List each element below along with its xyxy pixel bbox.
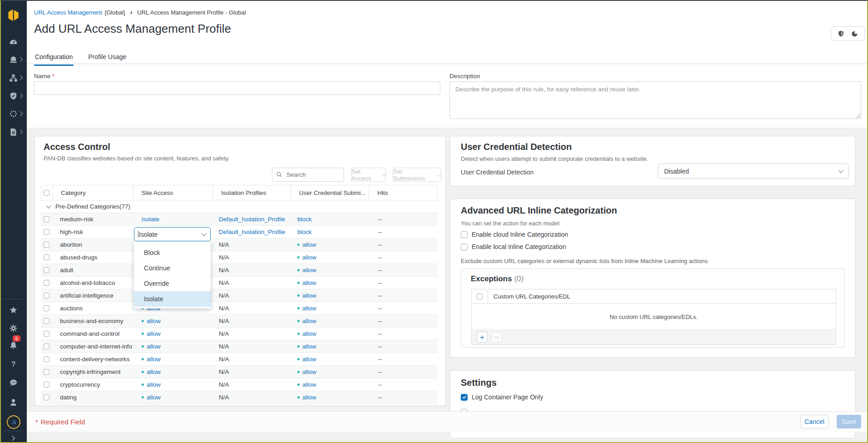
menu-option-isolate[interactable]: Isolate [134,291,211,307]
site-access-link[interactable]: allow [147,368,161,375]
name-input[interactable] [34,81,440,95]
avatar[interactable]: .S [7,415,20,429]
remove-exception-button[interactable]: − [491,332,502,343]
menu-option-override[interactable]: Override [134,276,211,291]
user-credential-link[interactable]: allow [302,330,316,337]
exceptions-select-all-checkbox[interactable] [477,294,483,299]
set-access-button[interactable]: Set Access [351,168,386,182]
column-header-user-credential-submi[interactable]: User Credential Submi... [291,185,369,200]
ucd-select[interactable]: Disabled [658,164,849,179]
search-input[interactable] [286,171,340,179]
chevron-down-icon[interactable] [201,231,206,236]
user-credential-link[interactable]: allow [302,241,316,248]
category-row-abortion[interactable]: abortionallowN/Aallow-- [41,239,438,251]
set-submission-button[interactable]: Set Submission [393,168,441,182]
category-row-adult[interactable]: adultallowN/Aallow-- [41,264,438,277]
row-checkbox[interactable] [44,242,49,248]
select-all-checkbox[interactable] [44,190,49,196]
category-row-auctions[interactable]: auctionsallowN/Aallow-- [41,302,438,315]
breadcrumb-link[interactable]: URL Access Management [34,9,102,16]
category-row-medium-risk[interactable]: medium-riskisolateDefault_Isolation_Prof… [41,213,438,226]
collapse-chevron-icon[interactable] [46,203,51,208]
category-row-command-and-control[interactable]: command-and-controlallowN/Aallow-- [41,328,438,340]
group-row-predefined-categories[interactable]: Pre-Defined Categories(77) [41,200,438,213]
site-access-combobox[interactable]: Isolate [134,227,211,241]
activity-clock-icon[interactable] [851,30,858,38]
site-access-link[interactable]: allow [147,381,161,388]
category-row-content-delivery-networks[interactable]: content-delivery-networksallowN/Aallow-- [41,353,438,366]
prisma-access-logo-icon[interactable] [6,8,20,22]
tab-profile-usage[interactable]: Profile Usage [87,51,127,66]
user-credential-link[interactable]: allow [302,254,316,261]
category-row-artificial-intelligence[interactable]: artificial-intelligenceallowN/Aallow-- [41,289,438,302]
user-credential-link[interactable]: block [297,229,312,235]
sidebar-chevron-right-icon[interactable] [20,111,23,116]
description-textarea[interactable] [449,81,861,119]
sidebar-item-settings[interactable] [0,320,27,336]
column-header-hits[interactable]: Hits [369,185,437,200]
user-credential-link[interactable]: allow [302,394,316,401]
user-credential-link[interactable]: allow [302,305,316,312]
row-checkbox[interactable] [44,382,49,388]
sidebar-item-favorites[interactable] [0,302,27,318]
user-credential-link[interactable]: allow [302,279,316,286]
category-row-alcohol-and-tobacco[interactable]: alcohol-and-tobaccoallowN/Aallow-- [41,277,438,289]
site-access-link[interactable]: allow [147,343,161,350]
category-row-copyright-infringement[interactable]: copyright-infringementallowN/Aallow-- [41,366,438,378]
sidebar-item-help[interactable]: ? [0,356,27,373]
row-checkbox[interactable] [44,267,49,273]
user-credential-link[interactable]: allow [302,267,316,274]
user-credential-link[interactable]: block [297,216,312,223]
best-practices-shield-icon[interactable] [837,30,845,38]
category-row-high-risk[interactable]: high-riskDefault_Isolation_Profileblock-… [41,226,438,239]
sidebar-chevron-right-icon[interactable] [20,129,23,134]
user-credential-link[interactable]: allow [302,381,316,388]
row-checkbox[interactable] [44,305,49,311]
sidebar-chevron-right-icon[interactable] [20,75,23,80]
site-access-link[interactable]: allow [147,318,161,324]
user-credential-link[interactable]: allow [302,292,316,299]
site-access-link[interactable]: allow [147,330,161,337]
category-row-dating[interactable]: datingallowN/Aallow-- [41,391,438,404]
user-credential-link[interactable]: allow [302,356,316,363]
add-exception-button[interactable]: + [477,332,488,343]
row-checkbox[interactable] [44,216,49,222]
enable-cloud-inline-checkbox[interactable] [461,231,468,238]
user-credential-link[interactable]: allow [302,343,316,350]
sidebar-chevron-right-icon[interactable] [20,93,23,99]
menu-option-continue[interactable]: Continue [134,260,211,276]
column-header-isolation-profiles[interactable]: Isolation Profiles [212,185,291,200]
sidebar-item-feedback[interactable] [0,374,27,391]
category-row-business-and-economy[interactable]: business-and-economyallowN/Aallow-- [41,315,438,328]
menu-option-allow-clipped[interactable]: Allow [134,242,211,245]
menu-option-block[interactable]: Block [134,245,211,260]
row-checkbox[interactable] [44,254,49,260]
category-row-cryptocurrency[interactable]: cryptocurrencyallowN/Aallow-- [41,378,438,391]
enable-local-inline-checkbox[interactable] [461,244,468,250]
site-access-link[interactable]: allow [147,394,161,401]
sidebar-expand-chevron-icon[interactable] [0,430,27,443]
row-checkbox[interactable] [44,343,49,349]
row-checkbox[interactable] [44,356,49,362]
row-checkbox[interactable] [44,293,49,299]
log-container-checkbox[interactable] [461,394,468,401]
row-checkbox[interactable] [44,318,49,324]
cancel-button[interactable]: Cancel [800,415,829,428]
sidebar-item-dashboard[interactable] [0,34,27,50]
sidebar-chevron-right-icon[interactable] [20,57,23,62]
row-checkbox[interactable] [44,369,49,375]
tab-configuration[interactable]: Configuration [34,51,74,66]
user-credential-link[interactable]: allow [302,318,316,324]
row-checkbox[interactable] [44,229,49,235]
row-checkbox[interactable] [44,331,49,337]
category-row-abused-drugs[interactable]: abused-drugsallowN/Aallow-- [41,251,438,264]
isolation-profile-link[interactable]: Default_Isolation_Profile [219,229,285,235]
user-credential-link[interactable]: allow [302,368,316,375]
row-checkbox[interactable] [44,394,49,400]
isolation-profile-link[interactable]: Default_Isolation_Profile [219,216,285,223]
category-row-computer-and-internet-info[interactable]: computer-and-internet-infoallowN/Aallow-… [41,340,438,353]
column-header-category[interactable]: Category [52,185,133,200]
site-access-link[interactable]: allow [147,356,161,363]
column-header-site-access[interactable]: Site Access [133,185,213,200]
sidebar-item-user[interactable] [0,394,27,410]
